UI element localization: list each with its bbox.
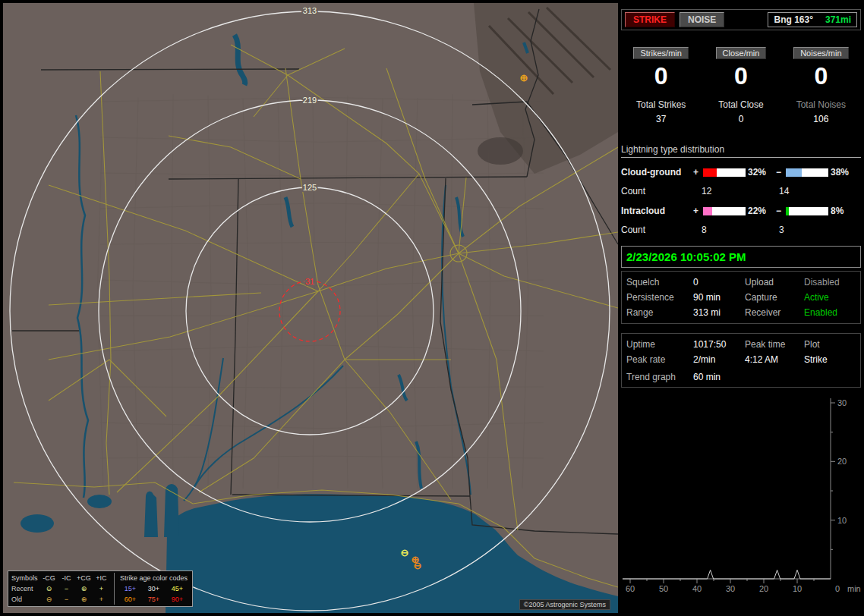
trend-graph: 3020106050403020100min: [621, 391, 861, 597]
distribution-title: Lightning type distribution: [621, 144, 861, 158]
legend-col-pos-ic: +IC: [93, 573, 110, 583]
old-neg-cg-icon: ⊖: [40, 594, 58, 605]
ring-label-125: 125: [303, 183, 317, 192]
strike-neg-cg-symbol: ⊖: [401, 547, 409, 558]
cg-negative-pct: 38%: [831, 167, 856, 178]
recent-neg-cg-icon: ⊖: [40, 583, 58, 594]
upload-label: Upload: [745, 277, 804, 288]
bearing-value: Bng 163°: [774, 14, 812, 25]
receiver-status-box: Squelch 0 Upload Disabled Persistence 90…: [621, 271, 861, 324]
recent-neg-ic-icon: −: [58, 583, 75, 594]
copyright-notice: ©2005 Astrogenic Systems: [519, 599, 610, 610]
old-pos-cg-icon: ⊕: [75, 594, 93, 605]
rate-counters: Strikes/min 0 Total Strikes 37 Close/min…: [621, 47, 861, 124]
total-strikes-value: 37: [621, 114, 701, 124]
ring-label-219: 219: [303, 96, 317, 105]
squelch-value: 0: [693, 277, 745, 288]
squelch-label: Squelch: [626, 277, 693, 288]
total-close-label: Total Close: [701, 99, 780, 110]
noises-per-min-value: 0: [781, 62, 861, 90]
legend-col-neg-ic: -IC: [58, 573, 75, 583]
trend-x-tick-label: 60: [626, 584, 635, 593]
cg-positive-count: 12: [702, 186, 711, 196]
minus-sign: −: [774, 167, 784, 178]
cg-count-row: Count 12 14: [621, 186, 861, 196]
peak-rate-label: Peak rate: [626, 354, 693, 365]
receiver-label: Receiver: [745, 307, 804, 318]
close-rate-column: Close/min 0 Total Close 0: [701, 47, 780, 124]
persistence-value: 90 min: [693, 292, 745, 303]
peak-rate-row: Peak rate 2/min 4:12 AM Strike: [622, 352, 860, 367]
recent-pos-ic-icon: +: [93, 583, 110, 594]
trend-y-tick-label: 30: [837, 398, 847, 407]
ic-positive-count: 8: [702, 225, 707, 235]
uptime-label: Uptime: [626, 339, 693, 350]
uptime-value: 1017:50: [693, 339, 745, 350]
cg-positive-bar-fill: [703, 168, 717, 177]
strikes-per-min-label: Strikes/min: [633, 47, 688, 59]
cg-negative-bar: [786, 168, 828, 177]
trend-line: [623, 570, 831, 579]
old-pos-ic-icon: +: [93, 594, 110, 605]
intracloud-row: Intracloud + 22% − 8%: [621, 206, 861, 216]
lightning-map[interactable]: 313 219 125 31 ⊕⊖⊕⊖ Symbols -CG -IC +CG …: [3, 3, 618, 613]
trend-y-tick-label: 10: [837, 516, 847, 525]
capture-label: Capture: [745, 292, 804, 303]
bearing-readout: Bng 163° 371mi: [768, 12, 857, 27]
status-row: Range 313 mi Receiver Enabled: [622, 305, 860, 320]
ic-count-row: Count 8 3: [621, 225, 861, 235]
cg-positive-bar: [703, 168, 746, 177]
status-row: Persistence 90 min Capture Active: [622, 290, 860, 305]
legend-age-header: Strike age color codes: [120, 573, 188, 583]
cg-count-label: Count: [621, 186, 645, 196]
recent-pos-cg-icon: ⊕: [75, 583, 93, 594]
uptime-box: Uptime 1017:50 Peak time Plot Peak rate …: [621, 333, 861, 388]
mode-toolbar: STRIKE NOISE Bng 163° 371mi: [621, 9, 861, 30]
bearing-range-value: 371mi: [825, 14, 851, 25]
noises-per-min-label: Noises/min: [793, 47, 848, 59]
cg-positive-pct: 32%: [748, 167, 774, 178]
trend-x-unit-label: min: [847, 584, 861, 593]
peak-time-label: Peak time: [745, 339, 804, 350]
receiver-status: Enabled: [804, 307, 856, 318]
strike-mode-button[interactable]: STRIKE: [625, 12, 675, 27]
plus-sign: +: [691, 167, 701, 178]
legend-symbols-header: Symbols: [11, 573, 40, 583]
age-15: 15+: [118, 583, 142, 594]
trend-graph-row: Trend graph 60 min: [622, 367, 860, 384]
strike-neg-cg-symbol: ⊖: [414, 560, 422, 571]
legend-recent-label: Recent: [11, 583, 40, 594]
plot-label: Plot: [804, 339, 856, 350]
range-value: 313 mi: [693, 307, 745, 318]
strikes-per-min-value: 0: [621, 62, 701, 90]
noise-mode-button[interactable]: NOISE: [680, 12, 724, 27]
old-neg-ic-icon: −: [58, 594, 75, 605]
persistence-label: Persistence: [626, 292, 693, 303]
legend-col-neg-cg: -CG: [40, 573, 58, 583]
status-panel: STRIKE NOISE Bng 163° 371mi Strikes/min …: [621, 3, 861, 613]
strike-pos-cg-symbol: ⊕: [520, 72, 528, 83]
range-label: Range: [626, 307, 693, 318]
status-row: Squelch 0 Upload Disabled: [622, 275, 860, 290]
age-45: 45+: [166, 583, 189, 594]
age-60: 60+: [118, 594, 142, 605]
capture-status: Active: [804, 292, 856, 303]
legend-col-pos-cg: +CG: [75, 573, 93, 583]
peak-time-value: 4:12 AM: [745, 354, 804, 365]
trend-x-tick-label: 10: [793, 584, 802, 593]
trend-y-tick-label: 20: [837, 457, 847, 466]
cg-negative-count: 14: [779, 186, 789, 196]
trend-x-tick-label: 40: [692, 584, 702, 593]
total-noises-label: Total Noises: [781, 99, 861, 110]
legend-symbols-section: Symbols -CG -IC +CG +IC Recent ⊖ − ⊕ + O…: [11, 573, 115, 605]
peak-rate-value: 2/min: [693, 354, 745, 365]
map-canvas: 313 219 125 31 ⊕⊖⊕⊖: [3, 3, 618, 613]
plus-sign: +: [691, 206, 701, 216]
minus-sign: −: [774, 206, 784, 216]
legend-old-label: Old: [11, 594, 40, 605]
age-90: 90+: [166, 594, 189, 605]
datetime-display: 2/23/2026 10:05:02 PM: [621, 246, 861, 268]
trend-x-tick-label: 50: [659, 584, 668, 593]
ic-negative-pct: 8%: [831, 206, 856, 216]
trend-x-tick-label: 0: [835, 584, 840, 593]
